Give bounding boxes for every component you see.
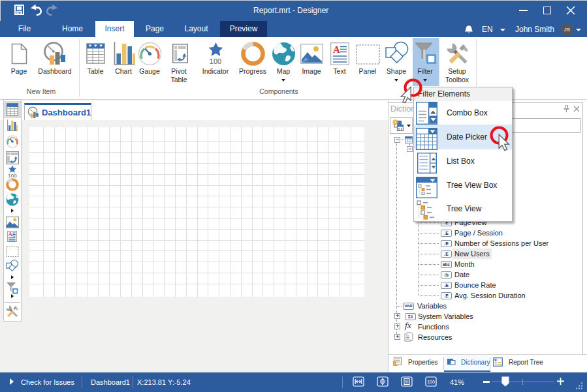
svg-text:100: 100 [427,380,435,384]
svg-text:A: A [8,232,12,237]
svg-text:A: A [333,44,340,55]
